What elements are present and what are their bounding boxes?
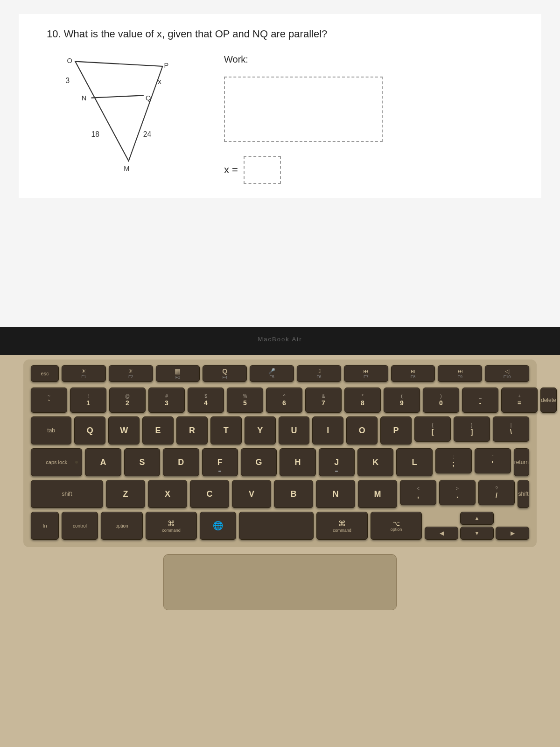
grave-key[interactable]: ~ ` [31, 388, 67, 413]
h-key[interactable]: H [280, 448, 315, 476]
d-key[interactable]: D [163, 448, 199, 476]
y-key[interactable]: Y [245, 416, 276, 444]
q-row: tab Q W E R T Y U I O P { [ } ] | \ [31, 416, 529, 444]
9-key[interactable]: ( 9 [384, 388, 420, 413]
work-area: Work: x = [224, 54, 383, 184]
v-key[interactable]: V [232, 480, 271, 508]
a-key[interactable]: A [85, 448, 121, 476]
space-key[interactable] [239, 512, 314, 540]
return-key[interactable]: return [514, 448, 529, 476]
keyboard: esc ☀ F1 ✳ F2 ▦ F3 Q F4 🎤 F5 [23, 359, 537, 547]
answer-input-box[interactable] [244, 156, 281, 184]
globe-key[interactable]: 🌐 [200, 512, 236, 540]
f1-key[interactable]: ☀ F1 [62, 365, 106, 382]
f8-key[interactable]: ⏯ F8 [391, 365, 435, 382]
semicolon-key[interactable]: : ; [435, 448, 472, 473]
number-row: ~ ` ! 1 @ 2 # 3 $ 4 % 5 [31, 388, 529, 413]
f5-key[interactable]: 🎤 F5 [250, 365, 294, 382]
minus-key[interactable]: _ - [462, 388, 498, 413]
svg-text:x: x [158, 78, 161, 85]
trackpad[interactable] [163, 554, 397, 610]
s-key[interactable]: S [124, 448, 160, 476]
svg-text:24: 24 [143, 130, 152, 138]
4-key[interactable]: $ 4 [188, 388, 224, 413]
backslash-key[interactable]: | \ [493, 416, 529, 442]
fn-row: esc ☀ F1 ✳ F2 ▦ F3 Q F4 🎤 F5 [31, 365, 529, 382]
svg-text:Q: Q [146, 94, 151, 102]
f2-key[interactable]: ✳ F2 [109, 365, 153, 382]
control-key[interactable]: control [62, 512, 98, 540]
left-option-key[interactable]: option [101, 512, 143, 540]
f3-key[interactable]: ▦ F3 [156, 365, 200, 382]
bracket-left-key[interactable]: { [ [414, 416, 451, 442]
answer-row: x = [224, 156, 383, 184]
left-command-key[interactable]: ⌘ command [146, 512, 197, 540]
z-key[interactable]: Z [106, 480, 145, 508]
5-key[interactable]: % 5 [227, 388, 263, 413]
f4-key[interactable]: Q F4 [203, 365, 247, 382]
esc-key[interactable]: esc [31, 365, 59, 382]
period-key[interactable]: > . [439, 480, 476, 505]
g-key[interactable]: G [241, 448, 277, 476]
fn-key[interactable]: fn [31, 512, 59, 540]
quote-key[interactable]: " ' [475, 448, 511, 473]
u-key[interactable]: U [279, 416, 310, 444]
p-key[interactable]: P [380, 416, 412, 444]
6-key[interactable]: ^ 6 [266, 388, 302, 413]
i-key[interactable]: I [312, 416, 343, 444]
right-command-key[interactable]: ⌘ command [316, 512, 368, 540]
f10-key[interactable]: ◁ F10 [485, 365, 529, 382]
0-key[interactable]: ) 0 [423, 388, 459, 413]
f6-key[interactable]: ☽ F6 [297, 365, 341, 382]
f-key[interactable]: F [202, 448, 238, 476]
q-key[interactable]: Q [74, 416, 105, 444]
8-key[interactable]: * 8 [344, 388, 381, 413]
slash-key[interactable]: ? / [478, 480, 515, 505]
svg-text:P: P [164, 62, 169, 69]
b-key[interactable]: B [274, 480, 313, 508]
w-key[interactable]: W [108, 416, 140, 444]
caps-lock-key[interactable]: caps lock [31, 448, 82, 476]
right-option-key[interactable]: ⌥ option [371, 512, 422, 540]
work-input-box[interactable] [224, 77, 383, 142]
f9-key[interactable]: ⏭ F9 [438, 365, 482, 382]
x-equals-label: x = [224, 164, 238, 176]
question-title: 10. What is the value of x, given that O… [47, 28, 513, 40]
brand-label: MacBook Air [258, 336, 302, 343]
r-key[interactable]: R [176, 416, 208, 444]
3-key[interactable]: # 3 [148, 388, 185, 413]
left-arrow-key[interactable]: ◀ [425, 527, 458, 540]
m-key[interactable]: M [358, 480, 397, 508]
bracket-right-key[interactable]: } ] [454, 416, 490, 442]
o-key[interactable]: O [346, 416, 378, 444]
screen: 10. What is the value of x, given that O… [0, 0, 560, 327]
1-key[interactable]: ! 1 [70, 388, 106, 413]
bezel: MacBook Air [0, 327, 560, 355]
tab-key[interactable]: tab [31, 416, 71, 444]
right-arrow-key[interactable]: ▶ [496, 527, 529, 540]
f7-key[interactable]: ⏮ F7 [344, 365, 388, 382]
l-key[interactable]: L [396, 448, 432, 476]
up-arrow-key[interactable]: ▲ [460, 512, 494, 525]
k-key[interactable]: K [357, 448, 393, 476]
comma-key[interactable]: < , [400, 480, 436, 505]
diagram-area: O P M N Q 3 x 18 [47, 54, 196, 176]
svg-text:N: N [82, 94, 87, 102]
svg-line-1 [91, 95, 144, 98]
down-arrow-key[interactable]: ▼ [460, 527, 494, 540]
7-key[interactable]: & 7 [305, 388, 342, 413]
x-key[interactable]: X [148, 480, 187, 508]
t-key[interactable]: T [210, 416, 242, 444]
equals-key[interactable]: + = [501, 388, 538, 413]
right-shift-key[interactable]: shift [518, 480, 529, 508]
caps-lock-indicator [75, 461, 78, 464]
2-key[interactable]: @ 2 [109, 388, 146, 413]
svg-text:O: O [67, 57, 72, 64]
n-key[interactable]: N [316, 480, 355, 508]
left-shift-key[interactable]: shift [31, 480, 103, 508]
content-row: O P M N Q 3 x 18 [47, 54, 513, 184]
c-key[interactable]: C [190, 480, 229, 508]
delete-key[interactable]: delete [540, 388, 557, 413]
j-key[interactable]: J [319, 448, 355, 476]
e-key[interactable]: E [142, 416, 174, 444]
